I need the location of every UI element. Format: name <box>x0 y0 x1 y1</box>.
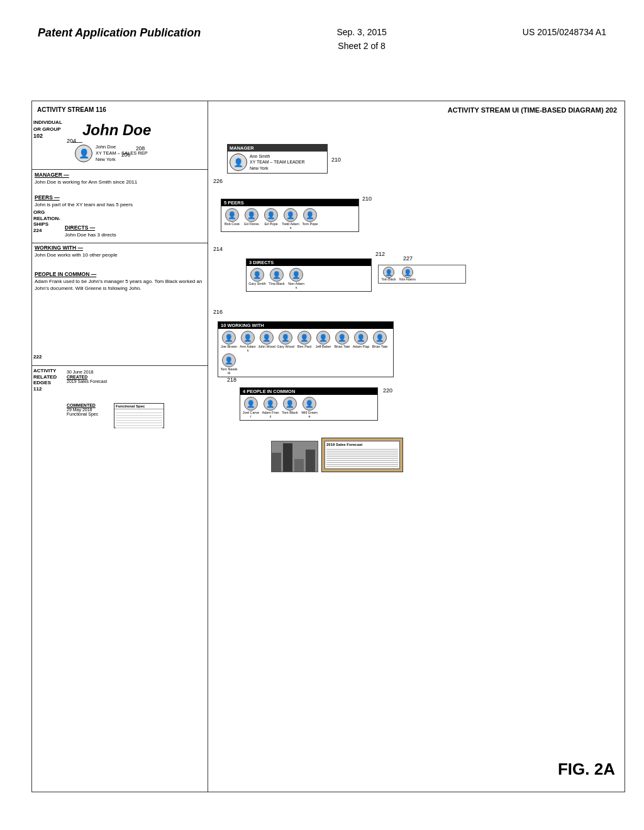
working-card-title: 10 WORKING WITH <box>218 322 393 329</box>
org-relationships-label: ORGRELATION-SHIPS 224 <box>33 209 60 233</box>
people-card-title: 4 PEOPLE IN COMMON <box>240 388 377 395</box>
ref-210: 210 <box>331 157 341 163</box>
directs-label: DIRECTS — <box>65 224 205 231</box>
ref-222-label: 222 <box>33 354 42 360</box>
peers-text: John is part of the XY team and has 5 pe… <box>35 202 205 209</box>
working-8: 👤 Adam Flap <box>352 331 370 352</box>
working-3: 👤 John Wood <box>258 331 275 352</box>
created-section: 30 June 2018 CREATED 2019 Sales Forecast <box>67 370 107 384</box>
page: Patent Application Publication Sep. 3, 2… <box>0 0 644 830</box>
commented-section: COMMENTED 29 May 2018 Functional Spec <box>67 403 98 416</box>
header-center: Sep. 3, 2015 Sheet 2 of 8 <box>336 25 386 53</box>
activity-edges-label: ACTIVITYRELATEDEDGES 112 <box>33 368 57 392</box>
john-doe-name: John Doe <box>82 121 151 139</box>
manager-label: MANAGER — <box>35 172 205 178</box>
working-card: 10 WORKING WITH 👤 Joe Brown 👤 Ann Adams … <box>218 321 394 377</box>
working-7: 👤 Brian Tate <box>333 331 351 352</box>
common-3: 👤 Tom Black <box>281 397 299 418</box>
ref-212: 212 <box>375 251 385 257</box>
working-2: 👤 Ann Adams <box>239 331 257 352</box>
left-panel: ACTIVITY STREAM 116 INDIVIDUAL OR GROUP … <box>32 101 208 792</box>
direct-ext-1: 👤 Tom Black <box>380 267 397 282</box>
ref-204-line <box>71 142 82 143</box>
sales-chart <box>271 441 318 472</box>
ref-216: 216 <box>213 309 223 315</box>
peers-avatars: 👤 Bob Cook 👤 Ed Flores 👤 Ed Pope 👤 Todd … <box>221 206 358 231</box>
manager-info: Ann Smith XY TEAM – TEAM LEADER New York <box>250 153 305 170</box>
header-sheet: Sheet 2 of 8 <box>336 39 386 53</box>
diagram-container: ACTIVITY STREAM UI (TIME-BASED DIAGRAM) … <box>31 101 625 792</box>
ref-220: 220 <box>383 387 392 394</box>
manager-card: MANAGER 👤 Ann Smith XY TEAM – TEAM LEADE… <box>227 144 328 174</box>
directs-avatars: 👤 Gary Smith 👤 Tina Black 👤 Non Adams <box>247 266 371 291</box>
patent-number: US 2015/0248734 A1 <box>523 25 606 39</box>
patent-title: Patent Application Publication <box>38 25 201 41</box>
direct-2: 👤 Tina Black <box>268 268 286 289</box>
ref-206: 206 <box>121 152 130 158</box>
ref-214: 214 <box>213 246 223 252</box>
fig-label: FIG. 2A <box>558 760 615 779</box>
common-2: 👤 Adam Franz <box>262 397 279 418</box>
individual-label: INDIVIDUAL OR GROUP 102 <box>33 119 68 139</box>
sales-forecast-card: 2019 Sales Forecast <box>321 438 403 472</box>
common-1: 👤 Joel Carver <box>242 397 260 418</box>
ref-227: 227 <box>403 255 413 262</box>
ref-218: 218 <box>227 377 236 383</box>
peer-1: 👤 Bob Cook <box>223 208 241 230</box>
working-text: John Doe works with 10 other people <box>35 252 205 259</box>
working-5: 👤 Ben Paul <box>296 331 313 352</box>
functional-spec-card: Functional Spec <box>114 403 164 428</box>
common-4: 👤 Will Greene <box>301 397 318 418</box>
peer-5: 👤 Tom Pope <box>301 208 319 230</box>
peers-card-title: 5 PEERS <box>221 199 358 206</box>
peers-label: PEERS — <box>35 194 205 201</box>
manager-avatar: 👤 <box>230 153 247 171</box>
john-doe-avatar: 👤 <box>75 145 92 162</box>
ref-226: 226 <box>213 178 223 184</box>
working-1: 👤 Joe Brown <box>220 331 238 352</box>
ref-208: 208 <box>136 145 145 152</box>
directs-card: 3 DIRECTS 👤 Gary Smith 👤 Tina Black 👤 No… <box>246 258 372 292</box>
ref-210b: 210 <box>362 196 372 202</box>
directs-card-title: 3 DIRECTS <box>247 259 371 266</box>
sales-forecast-inner: 2019 Sales Forecast <box>325 441 400 469</box>
direct-ext-2: 👤 Non Adams <box>399 267 416 282</box>
working-4: 👤 Gary Wood <box>277 331 294 352</box>
working-6: 👤 Jeff Baker <box>314 331 332 352</box>
peer-4: 👤 Todd Adams <box>282 208 299 230</box>
peer-3: 👤 Ed Pope <box>262 208 280 230</box>
header: Patent Application Publication Sep. 3, 2… <box>38 25 606 53</box>
ref-204: 204 <box>67 138 76 144</box>
manager-section: MANAGER — John Doe is working for Ann Sm… <box>35 172 205 186</box>
working-9: 👤 Brian Tate <box>371 331 389 352</box>
divider-2 <box>32 243 208 243</box>
direct-1: 👤 Gary Smith <box>248 268 266 289</box>
working-section: WORKING WITH — John Doe works with 10 ot… <box>35 245 205 259</box>
peer-2: 👤 Ed Flores <box>243 208 260 230</box>
people-common-card: 4 PEOPLE IN COMMON 👤 Joel Carver 👤 Adam … <box>240 387 378 421</box>
peers-section: PEERS — John is part of the XY team and … <box>35 194 205 209</box>
manager-card-content: 👤 Ann Smith XY TEAM – TEAM LEADER New Yo… <box>228 152 327 173</box>
divider-1 <box>32 169 208 170</box>
people-text: Adam Frank used to be John's manager 5 y… <box>35 279 205 292</box>
peers-card: 5 PEERS 👤 Bob Cook 👤 Ed Flores 👤 Ed Pope <box>221 199 359 232</box>
manager-text: John Doe is working for Ann Smith since … <box>35 179 205 186</box>
people-label: PEOPLE IN COMMON — <box>35 271 205 277</box>
working-10: 👤 Tom Newkirk <box>220 353 238 375</box>
right-panel: MANAGER 👤 Ann Smith XY TEAM – TEAM LEADE… <box>208 101 625 792</box>
direct-3: 👤 Non Adams <box>287 268 305 289</box>
header-date: Sep. 3, 2015 <box>336 25 386 39</box>
directs-section: DIRECTS — John Doe has 3 directs <box>65 224 205 239</box>
manager-card-title: MANAGER <box>228 145 327 152</box>
divider-3 <box>32 365 208 366</box>
working-label: WORKING WITH — <box>35 245 205 251</box>
left-panel-title: ACTIVITY STREAM 116 <box>37 106 106 113</box>
directs-extended: 👤 Tom Black 👤 Non Adams <box>378 265 466 284</box>
working-avatars: 👤 Joe Brown 👤 Ann Adams 👤 John Wood 👤 Ga… <box>218 329 393 377</box>
directs-text: John Doe has 3 directs <box>65 232 205 239</box>
people-section: PEOPLE IN COMMON — Adam Frank used to be… <box>35 271 205 292</box>
people-common-avatars: 👤 Joel Carver 👤 Adam Franz 👤 Tom Black 👤… <box>240 395 377 420</box>
